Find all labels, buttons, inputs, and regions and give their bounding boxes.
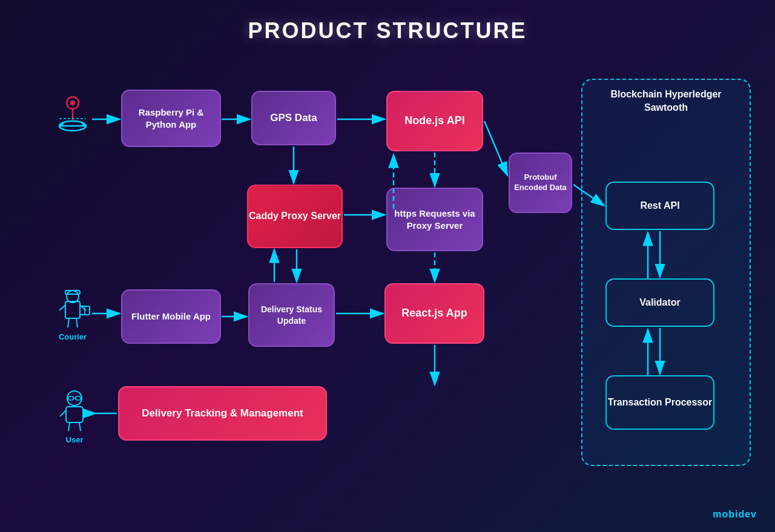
brand-prefix: mobi [713, 509, 738, 519]
svg-line-17 [76, 318, 78, 327]
location-icon [54, 90, 91, 132]
brand: mobidev [713, 509, 757, 520]
svg-line-12 [59, 305, 65, 310]
caddy-proxy-node: Caddy Proxy Server [247, 185, 343, 248]
courier-icon-container: Courier [54, 283, 91, 341]
user-icon [56, 386, 93, 432]
svg-rect-9 [65, 301, 80, 318]
svg-rect-20 [76, 396, 81, 400]
svg-line-37 [484, 121, 507, 176]
blockchain-label: Blockchain Hyperledger Sawtooth [599, 88, 733, 115]
courier-label: Courier [59, 332, 87, 341]
nodejs-api-node: Node.js API [386, 91, 483, 151]
transaction-processor-node: Transaction Processor [605, 375, 714, 430]
delivery-tracking-node: Delivery Tracking & Management [118, 386, 327, 441]
flutter-mobile-node: Flutter Mobile App [121, 289, 221, 344]
brand-suffix: dev [738, 509, 757, 519]
user-icon-container: User [56, 386, 93, 444]
protobuf-node: Protobuf Encoded Data [509, 153, 572, 213]
courier-icon [54, 283, 91, 329]
validator-node: Validator [605, 278, 714, 327]
svg-line-23 [60, 410, 66, 416]
svg-line-25 [68, 422, 70, 431]
page-title: PRODUCT STRUCTURE [0, 0, 775, 44]
svg-point-6 [70, 100, 75, 105]
svg-rect-22 [66, 407, 83, 422]
gps-data-node: GPS Data [251, 91, 336, 145]
svg-rect-19 [68, 396, 73, 400]
delivery-status-node: Delivery Status Update [248, 283, 335, 347]
https-requests-node: https Requests via Proxy Server [386, 188, 483, 251]
user-label: User [66, 435, 84, 444]
reactjs-app-node: React.js App [384, 283, 484, 344]
location-icon-container [54, 90, 91, 132]
raspberry-pi-node: Raspberry Pi & Python App [121, 90, 221, 147]
svg-line-26 [79, 422, 81, 431]
svg-line-16 [68, 318, 69, 327]
svg-line-24 [83, 410, 89, 416]
rest-api-node: Rest API [605, 182, 714, 230]
